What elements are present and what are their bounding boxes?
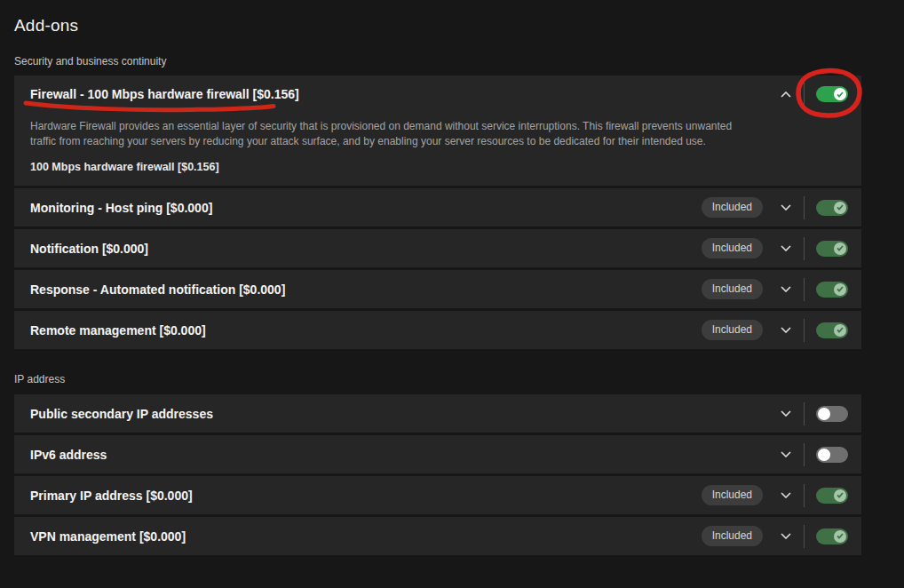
chevron-down-icon[interactable]	[781, 533, 791, 539]
divider	[804, 278, 805, 301]
divider	[804, 402, 805, 425]
addon-row-monitoring[interactable]: Monitoring - Host ping [$0.000] Included	[14, 188, 861, 226]
addon-toggle-firewall[interactable]	[816, 86, 848, 102]
check-icon	[837, 327, 844, 333]
chevron-down-icon[interactable]	[781, 286, 791, 292]
divider	[804, 196, 805, 219]
section-label-security: Security and business continuity	[14, 55, 861, 68]
check-icon	[837, 91, 844, 98]
divider	[804, 443, 805, 466]
addon-description: Hardware Firewall provides an essential …	[14, 119, 760, 148]
addon-toggle-primary-ip[interactable]	[816, 488, 848, 504]
included-badge: Included	[702, 320, 763, 340]
addon-row-remote-management[interactable]: Remote management [$0.000] Included	[14, 311, 861, 349]
check-icon	[837, 204, 844, 211]
addon-row-public-secondary-ip[interactable]: Public secondary IP addresses	[14, 394, 861, 433]
addon-title: Firewall - 100 Mbps hardware firewall [$…	[30, 87, 299, 101]
addon-title: Remote management [$0.000]	[30, 323, 206, 338]
chevron-down-icon[interactable]	[781, 492, 791, 498]
divider	[804, 319, 805, 342]
divider	[804, 484, 805, 507]
toggle-knob	[834, 530, 846, 543]
chevron-down-icon[interactable]	[781, 204, 791, 211]
addon-title: IPv6 address	[30, 448, 107, 462]
addon-row-response[interactable]: Response - Automated notification [$0.00…	[14, 270, 861, 308]
included-badge: Included	[702, 238, 763, 258]
included-badge: Included	[702, 485, 763, 505]
addon-toggle-notification[interactable]	[816, 241, 848, 257]
toggle-knob	[818, 408, 830, 420]
chevron-down-icon[interactable]	[781, 327, 791, 333]
toggle-knob	[834, 202, 846, 214]
check-icon	[837, 492, 844, 498]
addon-title: Response - Automated notification [$0.00…	[30, 282, 285, 297]
addon-toggle-remote-management[interactable]	[816, 322, 848, 338]
addon-toggle-response[interactable]	[816, 282, 848, 298]
addon-title: Monitoring - Host ping [$0.000]	[30, 201, 212, 215]
addon-title: Public secondary IP addresses	[30, 407, 213, 421]
addon-toggle-monitoring[interactable]	[816, 200, 848, 216]
divider	[804, 83, 805, 106]
addon-title: Notification [$0.000]	[30, 242, 148, 256]
toggle-knob	[834, 242, 846, 255]
addon-toggle-ipv6[interactable]	[816, 447, 848, 463]
section-label-ip-address: IP address	[14, 373, 861, 385]
chevron-down-icon[interactable]	[781, 245, 791, 251]
included-badge: Included	[702, 526, 763, 546]
addon-row-notification[interactable]: Notification [$0.000] Included	[14, 229, 861, 267]
toggle-knob	[834, 324, 846, 337]
check-icon	[837, 245, 844, 251]
addon-row-primary-ip[interactable]: Primary IP address [$0.000] Included	[14, 476, 861, 514]
addon-title: VPN management [$0.000]	[30, 529, 186, 544]
addon-selected-option: 100 Mbps hardware firewall [$0.156]	[14, 161, 861, 173]
addon-row-firewall[interactable]: Firewall - 100 Mbps hardware firewall [$…	[14, 75, 861, 113]
check-icon	[837, 286, 844, 292]
addon-row-vpn-management[interactable]: VPN management [$0.000] Included	[14, 517, 861, 555]
addon-title: Primary IP address [$0.000]	[30, 489, 193, 503]
addon-toggle-public-secondary-ip[interactable]	[816, 406, 848, 422]
addon-toggle-vpn-management[interactable]	[816, 528, 848, 544]
toggle-knob	[834, 283, 846, 296]
addon-panel-firewall: Firewall - 100 Mbps hardware firewall [$…	[14, 75, 861, 186]
included-badge: Included	[702, 197, 763, 218]
check-icon	[837, 533, 844, 539]
divider	[804, 237, 805, 260]
divider	[804, 525, 805, 548]
included-badge: Included	[702, 279, 763, 299]
addons-page: Add-ons Security and business continuity…	[14, 0, 861, 555]
addon-row-ipv6[interactable]: IPv6 address	[14, 435, 861, 473]
toggle-knob	[834, 489, 846, 502]
chevron-up-icon[interactable]	[781, 91, 791, 98]
chevron-down-icon[interactable]	[781, 451, 791, 457]
chevron-down-icon[interactable]	[781, 410, 791, 417]
toggle-knob	[818, 449, 830, 461]
toggle-knob	[834, 88, 846, 100]
page-title: Add-ons	[14, 0, 861, 36]
